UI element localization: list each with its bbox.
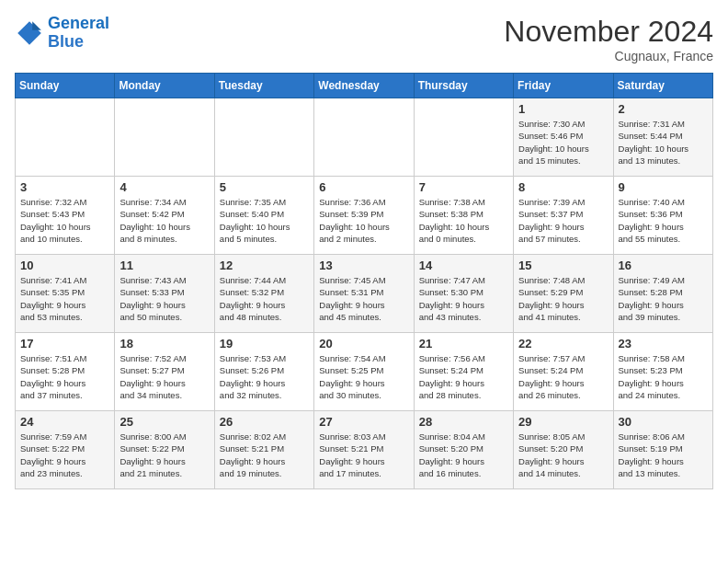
calendar-cell-w0-d0: [16, 98, 115, 177]
day-info: Sunrise: 7:35 AM Sunset: 5:40 PM Dayligh…: [220, 196, 309, 245]
day-number: 9: [619, 180, 708, 194]
header-monday: Monday: [115, 74, 214, 98]
calendar-cell-w3-d1: 18Sunrise: 7:52 AM Sunset: 5:27 PM Dayli…: [115, 333, 214, 411]
day-number: 27: [319, 415, 408, 429]
day-number: 23: [619, 337, 708, 350]
day-info: Sunrise: 8:05 AM Sunset: 5:20 PM Dayligh…: [518, 431, 608, 479]
header-tuesday: Tuesday: [214, 74, 313, 98]
calendar-cell-w3-d3: 20Sunrise: 7:54 AM Sunset: 5:25 PM Dayli…: [314, 333, 414, 411]
day-number: 30: [619, 415, 708, 429]
calendar-cell-w0-d1: [115, 98, 214, 177]
calendar-cell-w1-d1: 4Sunrise: 7:34 AM Sunset: 5:42 PM Daylig…: [115, 177, 214, 255]
calendar-cell-w3-d0: 17Sunrise: 7:51 AM Sunset: 5:28 PM Dayli…: [16, 333, 115, 411]
day-info: Sunrise: 8:02 AM Sunset: 5:21 PM Dayligh…: [220, 431, 309, 479]
calendar-cell-w4-d3: 27Sunrise: 8:03 AM Sunset: 5:21 PM Dayli…: [314, 411, 414, 489]
day-number: 2: [619, 102, 708, 116]
logo-blue: Blue: [48, 33, 109, 52]
calendar-cell-w2-d4: 14Sunrise: 7:47 AM Sunset: 5:30 PM Dayli…: [414, 255, 513, 333]
day-number: 14: [419, 259, 508, 272]
logo-text: General Blue: [48, 15, 109, 52]
day-number: 5: [220, 180, 309, 194]
day-info: Sunrise: 7:44 AM Sunset: 5:32 PM Dayligh…: [220, 274, 309, 323]
day-number: 12: [220, 259, 309, 272]
calendar-cell-w1-d0: 3Sunrise: 7:32 AM Sunset: 5:43 PM Daylig…: [16, 177, 115, 255]
day-number: 13: [319, 259, 408, 272]
calendar-cell-w3-d4: 21Sunrise: 7:56 AM Sunset: 5:24 PM Dayli…: [414, 333, 513, 411]
calendar-cell-w1-d3: 6Sunrise: 7:36 AM Sunset: 5:39 PM Daylig…: [314, 177, 414, 255]
day-info: Sunrise: 7:38 AM Sunset: 5:38 PM Dayligh…: [419, 196, 508, 245]
day-number: 26: [220, 415, 309, 429]
day-number: 28: [419, 415, 508, 429]
logo-general: General: [48, 14, 109, 32]
day-number: 18: [119, 337, 209, 350]
day-number: 19: [220, 337, 309, 350]
day-number: 25: [119, 415, 209, 429]
day-info: Sunrise: 7:59 AM Sunset: 5:22 PM Dayligh…: [20, 431, 109, 479]
day-info: Sunrise: 7:39 AM Sunset: 5:37 PM Dayligh…: [518, 196, 608, 245]
day-info: Sunrise: 7:36 AM Sunset: 5:39 PM Dayligh…: [319, 196, 408, 245]
day-info: Sunrise: 7:45 AM Sunset: 5:31 PM Dayligh…: [319, 274, 408, 323]
calendar-cell-w4-d4: 28Sunrise: 8:04 AM Sunset: 5:20 PM Dayli…: [414, 411, 513, 489]
day-info: Sunrise: 8:00 AM Sunset: 5:22 PM Dayligh…: [119, 431, 209, 479]
day-number: 29: [518, 415, 608, 429]
calendar-cell-w2-d0: 10Sunrise: 7:41 AM Sunset: 5:35 PM Dayli…: [16, 255, 115, 333]
calendar-cell-w2-d5: 15Sunrise: 7:48 AM Sunset: 5:29 PM Dayli…: [514, 255, 613, 333]
day-number: 16: [619, 259, 708, 272]
day-info: Sunrise: 7:31 AM Sunset: 5:44 PM Dayligh…: [619, 118, 708, 167]
day-number: 10: [20, 259, 109, 272]
svg-marker-0: [17, 21, 41, 45]
calendar-cell-w0-d3: [314, 98, 414, 177]
calendar-cell-w3-d2: 19Sunrise: 7:53 AM Sunset: 5:26 PM Dayli…: [214, 333, 313, 411]
calendar-cell-w0-d6: 2Sunrise: 7:31 AM Sunset: 5:44 PM Daylig…: [613, 98, 712, 177]
day-info: Sunrise: 7:51 AM Sunset: 5:28 PM Dayligh…: [20, 352, 109, 401]
calendar-week-2: 10Sunrise: 7:41 AM Sunset: 5:35 PM Dayli…: [16, 255, 713, 333]
day-number: 8: [518, 180, 608, 194]
calendar-cell-w4-d5: 29Sunrise: 8:05 AM Sunset: 5:20 PM Dayli…: [514, 411, 613, 489]
calendar-cell-w2-d3: 13Sunrise: 7:45 AM Sunset: 5:31 PM Dayli…: [314, 255, 414, 333]
day-number: 4: [119, 180, 209, 194]
calendar-cell-w1-d5: 8Sunrise: 7:39 AM Sunset: 5:37 PM Daylig…: [514, 177, 613, 255]
header-thursday: Thursday: [414, 74, 513, 98]
day-number: 17: [20, 337, 109, 350]
day-number: 24: [20, 415, 109, 429]
page-header: General Blue November 2024 Cugnaux, Fran…: [15, 15, 713, 63]
day-info: Sunrise: 7:43 AM Sunset: 5:33 PM Dayligh…: [119, 274, 209, 323]
day-info: Sunrise: 7:52 AM Sunset: 5:27 PM Dayligh…: [119, 352, 209, 401]
calendar-cell-w4-d0: 24Sunrise: 7:59 AM Sunset: 5:22 PM Dayli…: [16, 411, 115, 489]
calendar-body: 1Sunrise: 7:30 AM Sunset: 5:46 PM Daylig…: [16, 98, 713, 489]
day-info: Sunrise: 7:32 AM Sunset: 5:43 PM Dayligh…: [20, 196, 109, 245]
calendar-cell-w2-d2: 12Sunrise: 7:44 AM Sunset: 5:32 PM Dayli…: [214, 255, 313, 333]
day-number: 20: [319, 337, 408, 350]
calendar-cell-w4-d1: 25Sunrise: 8:00 AM Sunset: 5:22 PM Dayli…: [115, 411, 214, 489]
day-info: Sunrise: 7:49 AM Sunset: 5:28 PM Dayligh…: [619, 274, 708, 323]
calendar-cell-w4-d6: 30Sunrise: 8:06 AM Sunset: 5:19 PM Dayli…: [613, 411, 712, 489]
calendar-cell-w0-d4: [414, 98, 513, 177]
day-number: 15: [518, 259, 608, 272]
header-row: Sunday Monday Tuesday Wednesday Thursday…: [16, 74, 713, 98]
calendar-cell-w3-d6: 23Sunrise: 7:58 AM Sunset: 5:23 PM Dayli…: [613, 333, 712, 411]
day-info: Sunrise: 7:47 AM Sunset: 5:30 PM Dayligh…: [419, 274, 508, 323]
month-title: November 2024: [504, 15, 713, 49]
calendar-table: Sunday Monday Tuesday Wednesday Thursday…: [15, 73, 713, 489]
day-info: Sunrise: 7:57 AM Sunset: 5:24 PM Dayligh…: [518, 352, 608, 401]
day-info: Sunrise: 7:56 AM Sunset: 5:24 PM Dayligh…: [419, 352, 508, 401]
header-saturday: Saturday: [613, 74, 712, 98]
header-wednesday: Wednesday: [314, 74, 414, 98]
calendar-cell-w3-d5: 22Sunrise: 7:57 AM Sunset: 5:24 PM Dayli…: [514, 333, 613, 411]
calendar-week-4: 24Sunrise: 7:59 AM Sunset: 5:22 PM Dayli…: [16, 411, 713, 489]
day-info: Sunrise: 7:53 AM Sunset: 5:26 PM Dayligh…: [220, 352, 309, 401]
day-info: Sunrise: 8:04 AM Sunset: 5:20 PM Dayligh…: [419, 431, 508, 479]
title-block: November 2024 Cugnaux, France: [504, 15, 713, 63]
header-friday: Friday: [514, 74, 613, 98]
day-info: Sunrise: 8:03 AM Sunset: 5:21 PM Dayligh…: [319, 431, 408, 479]
logo-icon: [15, 18, 44, 48]
calendar-cell-w0-d2: [214, 98, 313, 177]
calendar-cell-w1-d6: 9Sunrise: 7:40 AM Sunset: 5:36 PM Daylig…: [613, 177, 712, 255]
day-number: 7: [419, 180, 508, 194]
calendar-cell-w4-d2: 26Sunrise: 8:02 AM Sunset: 5:21 PM Dayli…: [214, 411, 313, 489]
day-number: 6: [319, 180, 408, 194]
day-info: Sunrise: 7:40 AM Sunset: 5:36 PM Dayligh…: [619, 196, 708, 245]
svg-marker-1: [32, 21, 41, 30]
calendar-cell-w0-d5: 1Sunrise: 7:30 AM Sunset: 5:46 PM Daylig…: [514, 98, 613, 177]
day-info: Sunrise: 7:58 AM Sunset: 5:23 PM Dayligh…: [619, 352, 708, 401]
